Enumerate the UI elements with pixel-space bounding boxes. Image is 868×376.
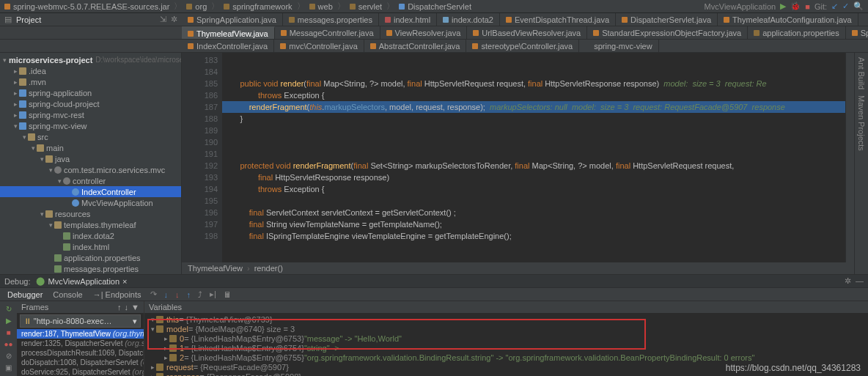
editor-tab[interactable]: EventDispatchThread.java xyxy=(500,13,616,26)
editor-tab[interactable]: IndexController.java xyxy=(182,40,274,52)
code-line[interactable]: final ISpringTemplateEngine viewTemplate… xyxy=(222,230,845,242)
editor-tab[interactable]: ThymeleafAutoConfiguration.java xyxy=(718,13,858,26)
tree-node[interactable]: ▸spring-cloud-project xyxy=(0,98,181,109)
variable-row[interactable]: ▾this = {ThymeleafView@6739} xyxy=(144,314,868,324)
breakpoints-icon[interactable]: ●● xyxy=(4,339,13,348)
editor-tab[interactable]: ThymeleafView.java xyxy=(182,26,275,39)
minimize-icon[interactable]: — xyxy=(856,276,864,286)
title-crumb[interactable]: servlet xyxy=(358,2,382,11)
tab-console[interactable]: Console xyxy=(50,290,85,299)
editor-tab[interactable]: spring-mvc-view xyxy=(579,40,658,52)
editor-tab[interactable]: StandardExpressionObjectFactory.java xyxy=(587,26,748,39)
tree-node[interactable]: ▾resources xyxy=(0,208,181,219)
variable-row[interactable]: ▸0 = {LinkedHashMap$Entry@6753} "message… xyxy=(144,333,868,343)
code-line[interactable] xyxy=(222,148,845,160)
breadcrumb-class[interactable]: ThymeleafView xyxy=(188,264,243,273)
tree-node[interactable]: ▸.idea xyxy=(0,65,181,76)
tree-node[interactable]: IndexController xyxy=(0,186,181,197)
editor-tab[interactable]: UrlBasedViewResolver.java xyxy=(467,26,587,39)
tab-debugger[interactable]: Debugger xyxy=(4,290,45,299)
gear-icon[interactable]: ✲ xyxy=(171,15,177,24)
tree-node[interactable]: ▾spring-mvc-view xyxy=(0,120,181,131)
code-line[interactable]: throws Exception { xyxy=(222,183,845,195)
stop-icon[interactable]: ■ xyxy=(805,2,810,11)
editor-tab[interactable]: application.properties xyxy=(748,26,846,39)
prev-frame-icon[interactable]: ↑ xyxy=(117,303,122,312)
title-crumb[interactable]: web xyxy=(318,2,333,11)
rerun-icon[interactable]: ↻ xyxy=(4,304,13,313)
tree-node[interactable]: ▸.mvn xyxy=(0,76,181,87)
variable-row[interactable]: ▸2 = {LinkedHashMap$Entry@6755} "org.spr… xyxy=(144,353,868,362)
tree-node[interactable]: application.properties xyxy=(0,252,181,263)
settings-icon[interactable]: ✲ xyxy=(845,276,851,286)
editor-tab[interactable]: SpringApplication.java xyxy=(182,13,283,26)
tree-node[interactable]: index.html xyxy=(0,241,181,252)
step-out-icon[interactable]: ↑ xyxy=(185,290,193,299)
tree-node[interactable]: ▾controller xyxy=(0,175,181,186)
layout-icon[interactable]: ▣ xyxy=(4,363,13,372)
stack-frame[interactable]: render:1325, DispatcherServlet (org.spri… xyxy=(17,339,144,348)
stack-frame[interactable]: render:187, ThymeleafView (org.thymeleaf… xyxy=(17,329,144,339)
title-crumb[interactable]: DispatcherServlet xyxy=(408,2,471,11)
stop-icon[interactable]: ■ xyxy=(4,328,13,336)
editor-tab[interactable]: MessageController.java xyxy=(275,26,380,39)
code-line[interactable]: final String viewTemplateName = getTempl… xyxy=(222,218,845,230)
tree-node[interactable]: ▸spring-application xyxy=(0,87,181,98)
variable-row[interactable]: ▾model = {ModelMap@6740} size = 3 xyxy=(144,324,868,333)
debug-icon[interactable]: 🐞 xyxy=(790,1,801,11)
filter-icon[interactable]: ▼ xyxy=(131,303,139,312)
drop-frame-icon[interactable]: ⤴ xyxy=(196,290,204,299)
stack-frame[interactable]: doService:925, DispatcherServlet (org.sp… xyxy=(17,367,144,376)
breadcrumb-method[interactable]: render() xyxy=(254,264,283,273)
code-line[interactable] xyxy=(222,136,845,148)
stack-frame[interactable]: processDispatchResult:1069, DispatcherSe… xyxy=(17,348,144,358)
run-config-name[interactable]: MvcViewApplication xyxy=(705,2,776,11)
code-line[interactable]: renderFragment(this.markupSelectors, mod… xyxy=(222,101,845,113)
tree-node[interactable]: ▾java xyxy=(0,153,181,164)
tree-node[interactable]: ▾com.test.micro.services.mvc xyxy=(0,164,181,175)
variable-row[interactable]: ▸1 = {LinkedHashMap$Entry@6754} "string"… xyxy=(144,343,868,353)
evaluate-icon[interactable]: 🖩 xyxy=(222,290,233,299)
git-pull-icon[interactable]: ↙ xyxy=(831,1,838,11)
title-crumb[interactable]: springframework xyxy=(232,2,292,11)
force-step-into-icon[interactable]: ↓ xyxy=(174,290,181,299)
title-crumb[interactable]: org xyxy=(195,2,207,11)
resume-icon[interactable]: ▶ xyxy=(4,316,13,325)
tree-node[interactable]: ▸spring-mvc-rest xyxy=(0,109,181,120)
project-tool-header[interactable]: ▤ Project ⇲ ✲ xyxy=(0,13,182,26)
step-into-icon[interactable]: ↓ xyxy=(163,290,170,299)
code-line[interactable]: } xyxy=(222,113,845,125)
editor-tab[interactable]: DispatcherServlet.java xyxy=(616,13,718,26)
tree-node[interactable]: messages.properties xyxy=(0,263,181,274)
editor-tab[interactable]: stereotype\Controller.java xyxy=(466,40,579,52)
maven-icon[interactable]: Maven Projects xyxy=(857,95,866,151)
code-editor[interactable]: 183184185↓@186187✓188189190191192@193194… xyxy=(182,53,854,274)
editor-tab[interactable]: index.dota2 xyxy=(437,13,500,26)
editor-tab[interactable]: messages.properties xyxy=(283,13,379,26)
tree-node[interactable]: MvcViewApplication xyxy=(0,197,181,208)
tree-node[interactable]: ▾src xyxy=(0,131,181,142)
thread-selector[interactable]: ⏸ "http-nio-8080-exec…▾ xyxy=(20,314,141,328)
run-icon[interactable]: ▶ xyxy=(780,1,786,11)
code-line[interactable]: throws Exception { xyxy=(222,89,845,101)
close-icon[interactable]: × xyxy=(122,277,127,286)
debug-config-tab[interactable]: ⬤ MvcViewApplication × xyxy=(36,276,127,286)
project-tree[interactable]: ▾ microservices-project D:\workspace\ide… xyxy=(0,53,182,274)
tree-node[interactable]: ▾main xyxy=(0,142,181,153)
code-line[interactable]: final HttpServletResponse response) xyxy=(222,172,845,183)
project-root[interactable]: ▾ microservices-project D:\workspace\ide… xyxy=(0,54,181,65)
editor-tab[interactable]: AbstractController.java xyxy=(364,40,467,52)
next-frame-icon[interactable]: ↓ xyxy=(125,303,129,312)
code-line[interactable]: final ServletContext servletContext = ge… xyxy=(222,207,845,218)
editor-tab[interactable]: index.html xyxy=(379,13,437,26)
editor-tab[interactable]: ViewResolver.java xyxy=(380,26,468,39)
stack-frame[interactable]: doDispatch:1008, DispatcherServlet (org.… xyxy=(17,358,144,367)
code-line[interactable] xyxy=(222,54,845,66)
editor-tab[interactable]: mvc\Controller.java xyxy=(274,40,364,52)
tree-node[interactable]: ▾templates.thymeleaf xyxy=(0,219,181,230)
step-over-icon[interactable]: ↷ xyxy=(149,290,158,299)
code-line[interactable]: public void render(final Map<String, ?> … xyxy=(222,78,845,89)
code-line[interactable] xyxy=(222,66,845,78)
tree-node[interactable]: index.dota2 xyxy=(0,230,181,241)
mute-bp-icon[interactable]: ⊘ xyxy=(4,351,13,360)
